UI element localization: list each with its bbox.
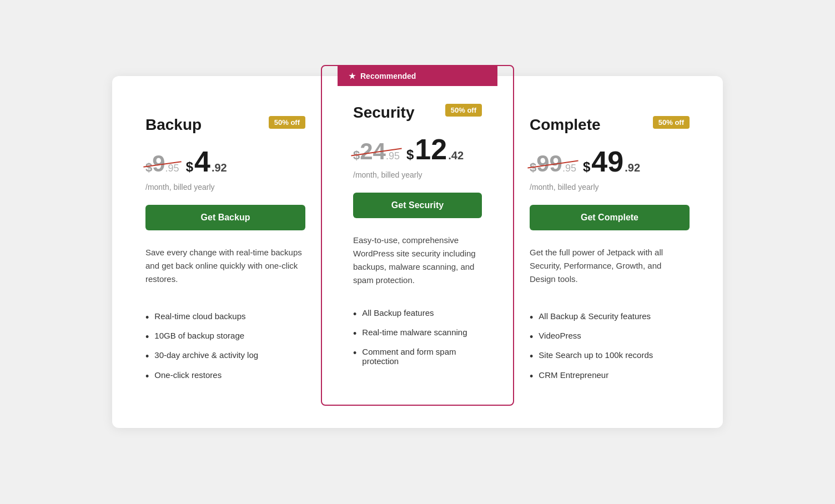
orig-cents-security: .95	[386, 150, 400, 162]
plan-description-complete: Get the full power of Jetpack with all S…	[530, 246, 690, 290]
current-price-complete: $49.92	[583, 145, 640, 178]
curr-amount-backup: 4	[194, 145, 210, 178]
feature-security-0: All Backup features	[353, 305, 482, 324]
recommended-banner: ★ Recommended	[338, 66, 497, 86]
orig-amount-security: 24	[360, 138, 386, 165]
feature-complete-0: All Backup & Security features	[530, 308, 690, 327]
plan-name-complete: Complete	[530, 116, 601, 134]
feature-backup-2: 30-day archive & activity log	[145, 347, 305, 366]
features-list-complete: All Backup & Security features VideoPres…	[530, 308, 690, 387]
billing-note-complete: /month, billed yearly	[530, 183, 690, 191]
featured-plan-content: Security 50% off $24.95 $12.42 /month, b…	[338, 104, 497, 387]
plan-header-security: Security 50% off	[353, 104, 482, 122]
features-list-backup: Real-time cloud backups 10GB of backup s…	[145, 308, 305, 387]
original-price-backup: $9.95	[145, 150, 179, 177]
feature-backup-1: 10GB of backup storage	[145, 327, 305, 347]
feature-complete-1: VideoPress	[530, 327, 690, 347]
price-block-security: $24.95 $12.42	[353, 133, 482, 166]
plan-header-complete: Complete 50% off	[530, 116, 690, 134]
features-list-security: All Backup features Real-time malware sc…	[353, 305, 482, 370]
orig-amount-complete: 99	[536, 150, 562, 177]
plan-header-backup: Backup 50% off	[145, 116, 305, 134]
price-block-complete: $99.95 $49.92	[530, 145, 690, 178]
feature-backup-0: Real-time cloud backups	[145, 308, 305, 327]
cta-button-backup[interactable]: Get Backup	[145, 205, 305, 230]
cta-button-security[interactable]: Get Security	[353, 193, 482, 218]
billing-note-backup: /month, billed yearly	[145, 183, 305, 191]
recommended-label: Recommended	[360, 72, 416, 80]
curr-dollar-complete: $	[583, 159, 590, 175]
orig-amount-backup: 9	[152, 150, 165, 177]
feature-security-1: Real-time malware scanning	[353, 324, 482, 344]
pricing-cards-container: Backup 50% off $9.95 $4.92 /month, bille…	[112, 76, 723, 429]
discount-badge-security: 50% off	[445, 104, 482, 117]
plan-card-security: ★ Recommended Security 50% off $24.95 $1…	[321, 65, 514, 406]
plan-card-backup: Backup 50% off $9.95 $4.92 /month, bille…	[130, 98, 321, 406]
curr-amount-complete: 49	[591, 145, 623, 178]
orig-cents-complete: .95	[562, 163, 576, 174]
price-block-backup: $9.95 $4.92	[145, 145, 305, 178]
discount-badge-backup: 50% off	[269, 116, 305, 129]
plan-description-security: Easy-to-use, comprehensive WordPress sit…	[353, 234, 482, 287]
orig-cents-backup: .95	[165, 163, 179, 174]
orig-dollar-security: $	[353, 148, 360, 163]
plan-name-backup: Backup	[145, 116, 202, 134]
feature-security-2: Comment and form spam protection	[353, 344, 482, 369]
billing-note-security: /month, billed yearly	[353, 170, 482, 179]
star-icon: ★	[349, 72, 356, 80]
current-price-security: $12.42	[406, 133, 464, 166]
discount-badge-complete: 50% off	[653, 116, 690, 129]
curr-cents-complete: .92	[625, 162, 640, 174]
feature-complete-2: Site Search up to 100k records	[530, 347, 690, 366]
orig-dollar-backup: $	[145, 160, 152, 175]
feature-complete-3: CRM Entrepreneur	[530, 367, 690, 386]
plan-description-backup: Save every change with real-time backups…	[145, 246, 305, 290]
feature-backup-3: One-click restores	[145, 367, 305, 386]
cta-button-complete[interactable]: Get Complete	[530, 205, 690, 230]
curr-dollar-security: $	[406, 147, 414, 163]
curr-dollar-backup: $	[186, 159, 193, 175]
curr-amount-security: 12	[415, 133, 447, 166]
current-price-backup: $4.92	[186, 145, 227, 178]
orig-dollar-complete: $	[530, 160, 536, 175]
original-price-security: $24.95	[353, 138, 400, 165]
original-price-complete: $99.95	[530, 150, 576, 177]
plan-card-complete: Complete 50% off $99.95 $49.92 /month, b…	[514, 98, 705, 406]
curr-cents-security: .42	[448, 149, 464, 162]
plan-name-security: Security	[353, 104, 415, 122]
curr-cents-backup: .92	[212, 162, 227, 174]
